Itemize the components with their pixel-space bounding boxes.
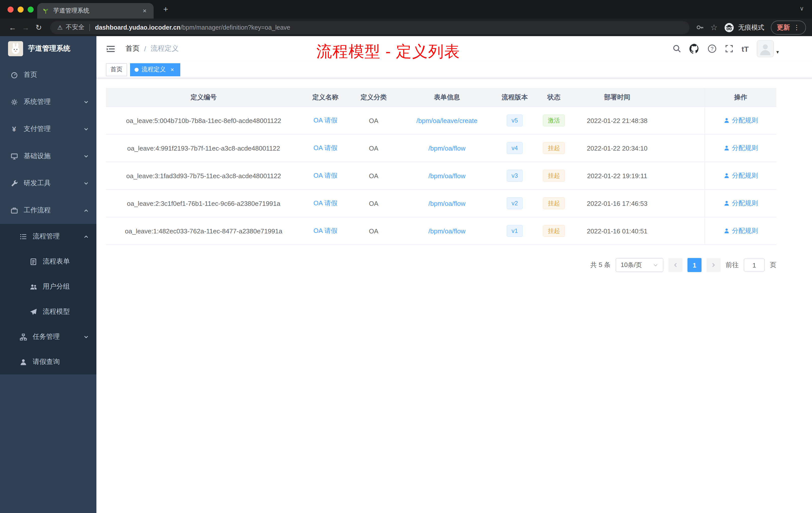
breadcrumb-separator: /	[144, 45, 146, 53]
forward-button[interactable]: →	[19, 23, 32, 32]
assign-rule-button[interactable]: 分配规则	[723, 144, 758, 153]
assign-rule-button[interactable]: 分配规则	[723, 227, 758, 235]
sidebar-item-label: 首页	[24, 70, 37, 79]
page-size-select[interactable]: 10条/页	[616, 258, 663, 272]
table-row: oa_leave:1:482ec033-762a-11ec-8477-a2380…	[106, 217, 776, 245]
sidebar-item-infrastructure[interactable]: 基础设施	[0, 143, 96, 170]
definition-name-link[interactable]: OA 请假	[313, 199, 337, 208]
security-indicator[interactable]: ⚠ 不安全	[57, 23, 85, 32]
sidebar-item-process-management[interactable]: 流程管理	[0, 224, 96, 249]
sidebar: 芋道管理系统 首页 系统管理 ¥ 支付管理	[0, 36, 96, 513]
close-window-button[interactable]	[7, 6, 13, 12]
assign-rule-button[interactable]: 分配规则	[723, 116, 758, 125]
assign-rule-label: 分配规则	[732, 171, 758, 180]
sidebar-logo[interactable]: 芋道管理系统	[0, 36, 96, 61]
back-button[interactable]: ←	[6, 23, 19, 32]
chevron-down-icon	[83, 153, 89, 161]
workflow-submenu: 流程管理 流程表单 用户分组	[0, 224, 96, 374]
zoom-window-button[interactable]	[28, 6, 34, 12]
minimize-window-button[interactable]	[18, 6, 24, 12]
reload-button[interactable]: ↻	[32, 23, 45, 32]
definition-name-link[interactable]: OA 请假	[313, 227, 337, 235]
people-icon	[29, 283, 37, 291]
user-menu[interactable]: ▾	[757, 40, 779, 57]
gear-icon	[10, 98, 18, 105]
search-icon[interactable]	[672, 44, 682, 53]
form-info-link[interactable]: /bpm/oa/flow	[428, 227, 465, 235]
sidebar-item-dev-tools[interactable]: 研发工具	[0, 170, 96, 197]
pagination-total: 共 5 条	[590, 261, 611, 270]
cell-deploy-time: 2022-01-22 20:34:10	[575, 134, 660, 162]
list-icon	[19, 233, 27, 240]
new-tab-button[interactable]: +	[160, 3, 172, 16]
sidebar-item-task-management[interactable]: 任务管理	[0, 324, 96, 350]
wrench-icon	[10, 179, 18, 187]
cell-deploy-time: 2022-01-22 21:48:38	[575, 107, 660, 134]
page-number-button[interactable]: 1	[688, 258, 701, 272]
help-icon[interactable]: ?	[707, 44, 717, 53]
github-icon[interactable]	[690, 44, 699, 54]
browser-tab[interactable]: 芋道管理系统 ×	[37, 3, 154, 19]
goto-page-input[interactable]	[744, 259, 765, 272]
address-bar[interactable]: ⚠ 不安全 dashboard.yudao.iocoder.cn /bpm/ma…	[50, 21, 689, 34]
assign-rule-button[interactable]: 分配规则	[723, 199, 758, 208]
status-badge: 挂起	[543, 142, 565, 154]
sidebar-item-leave-query[interactable]: 请假查询	[0, 350, 96, 374]
version-tag: v4	[506, 142, 523, 154]
assign-rule-button[interactable]: 分配规则	[723, 171, 758, 180]
definition-name-link[interactable]: OA 请假	[313, 116, 337, 125]
font-size-icon[interactable]: tT	[742, 44, 749, 53]
form-info-link[interactable]: /bpm/oa/flow	[428, 200, 465, 207]
cell-deploy-time: 2022-01-22 19:19:11	[575, 162, 660, 189]
form-info-link[interactable]: /bpm/oa/leave/create	[416, 117, 477, 124]
tag-close-icon[interactable]: ×	[169, 66, 176, 73]
user-icon	[723, 145, 729, 151]
prev-page-button[interactable]	[668, 258, 683, 272]
assign-rule-label: 分配规则	[732, 227, 758, 235]
cell-category: OA	[349, 217, 398, 244]
column-header-id: 定义编号	[106, 88, 301, 107]
form-info-link[interactable]: /bpm/oa/flow	[428, 144, 465, 152]
tag-process-definition[interactable]: 流程定义 ×	[130, 63, 180, 76]
fullscreen-icon[interactable]	[725, 44, 734, 53]
sidebar-item-label: 用户分组	[43, 282, 70, 291]
cell-definition-id: oa_leave:5:004b710b-7b8a-11ec-8ef0-acde4…	[106, 107, 301, 134]
cell-definition-id: oa_leave:4:991f2193-7b7f-11ec-a3c8-acde4…	[106, 134, 301, 162]
breadcrumb: 首页 / 流程定义	[125, 44, 179, 53]
next-page-button[interactable]	[706, 258, 721, 272]
cell-deploy-time: 2022-01-16 17:46:53	[575, 190, 660, 217]
tab-search-chevron-icon[interactable]: ∨	[800, 5, 804, 12]
url-path: /bpm/manager/definition?key=oa_leave	[180, 24, 290, 31]
definition-name-link[interactable]: OA 请假	[313, 144, 337, 153]
table-row: oa_leave:3:1fad3d93-7b75-11ec-a3c8-acde4…	[106, 162, 776, 190]
main-area: 首页 / 流程定义 流程模型 - 定义列表 ?	[96, 36, 812, 513]
browser-menu-kebab-icon[interactable]: ⋮	[793, 24, 800, 31]
sidebar-collapse-icon[interactable]	[104, 44, 117, 54]
tag-home[interactable]: 首页	[106, 63, 127, 76]
omnibox-divider	[90, 24, 90, 31]
definition-name-link[interactable]: OA 请假	[313, 171, 337, 180]
column-header-name: 定义名称	[301, 88, 349, 107]
password-key-icon[interactable]	[695, 23, 704, 32]
sidebar-item-process-model[interactable]: 流程模型	[0, 299, 96, 324]
chrome-update-button[interactable]: 更新 ⋮	[771, 20, 806, 34]
definition-table: 定义编号 定义名称 定义分类 表单信息 流程版本 状态 部署时间 操作 oa_l…	[106, 88, 776, 245]
bookmark-star-icon[interactable]: ☆	[710, 23, 718, 32]
sidebar-item-system[interactable]: 系统管理	[0, 88, 96, 116]
chevron-down-icon	[83, 126, 89, 133]
sidebar-item-process-form[interactable]: 流程表单	[0, 249, 96, 274]
form-info-link[interactable]: /bpm/oa/flow	[428, 172, 465, 179]
sidebar-item-user-group[interactable]: 用户分组	[0, 274, 96, 299]
cell-filler	[660, 134, 704, 162]
table-row: oa_leave:4:991f2193-7b7f-11ec-a3c8-acde4…	[106, 134, 776, 162]
sidebar-item-home[interactable]: 首页	[0, 61, 96, 88]
status-badge: 挂起	[543, 170, 565, 182]
tab-close-icon[interactable]: ×	[141, 7, 149, 14]
breadcrumb-home[interactable]: 首页	[125, 44, 140, 53]
breadcrumb-current: 流程定义	[151, 44, 179, 53]
column-header-deploy-time: 部署时间	[575, 88, 660, 107]
sidebar-item-workflow[interactable]: 工作流程	[0, 197, 96, 224]
sidebar-item-payment[interactable]: ¥ 支付管理	[0, 116, 96, 143]
security-label: 不安全	[66, 23, 85, 32]
chevron-down-icon	[83, 334, 89, 341]
